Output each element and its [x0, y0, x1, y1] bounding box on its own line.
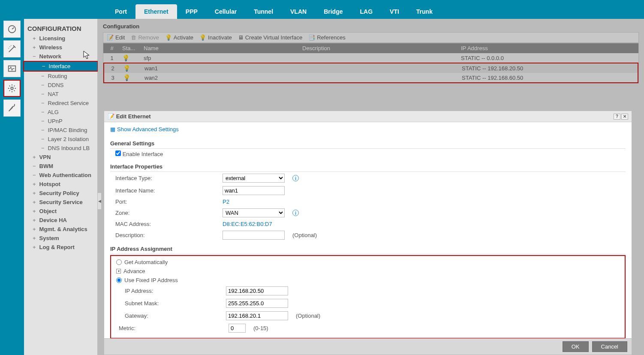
- status-bulb-icon: 💡: [123, 65, 130, 72]
- gateway-input[interactable]: [226, 311, 288, 320]
- tabbar: PortEthernetPPPCellularTunnelVLANBridgeL…: [98, 0, 644, 19]
- col-num[interactable]: #: [103, 45, 120, 51]
- interface-type-label: Interface Type:: [115, 175, 223, 181]
- sidebar-item-licensing[interactable]: + Licensing: [24, 34, 97, 43]
- create-virtual-icon: 🖥: [238, 34, 244, 41]
- sidebar-item-mgmt-analytics[interactable]: + Mgmt. & Analytics: [24, 225, 97, 234]
- wizard-icon[interactable]: [3, 40, 21, 57]
- tab-ppp[interactable]: PPP: [177, 4, 206, 19]
- table-row[interactable]: 1 💡 sfp STATIC -- 0.0.0.0: [103, 53, 638, 63]
- table-row[interactable]: 3 💡 wan2 STATIC -- 192.168.60.50: [104, 73, 638, 82]
- sidebar-item-routing[interactable]: − Routing: [24, 72, 97, 81]
- sidebar-item-bwm[interactable]: − BWM: [24, 162, 97, 171]
- edit-icon: 📝: [107, 34, 114, 41]
- close-icon[interactable]: ✕: [621, 114, 628, 120]
- sidebar-item-object[interactable]: + Object: [24, 207, 97, 216]
- references-icon: 📑: [308, 34, 315, 41]
- info-icon[interactable]: i: [292, 175, 299, 181]
- mac-value: D8:EC:E5:62:B0:D7: [223, 221, 272, 227]
- col-ip[interactable]: IP Address: [459, 45, 638, 51]
- edit-button[interactable]: 📝Edit: [107, 34, 125, 41]
- tab-lag[interactable]: LAG: [351, 4, 381, 19]
- tools-icon[interactable]: [3, 99, 21, 117]
- tab-cellular[interactable]: Cellular: [206, 4, 245, 19]
- ip-address-input[interactable]: [226, 286, 288, 295]
- grid-icon: ▦: [110, 126, 115, 132]
- sidebar-item-upnp[interactable]: − UPnP: [24, 117, 97, 126]
- advance-toggle[interactable]: ▾: [116, 269, 121, 274]
- sidebar-item-ip-mac-binding[interactable]: − IP/MAC Binding: [24, 126, 97, 135]
- interface-type-select[interactable]: external: [223, 174, 285, 183]
- sidebar-item-log-report[interactable]: + Log & Report: [24, 243, 97, 252]
- remove-button[interactable]: 🗑Remove: [131, 34, 159, 41]
- status-bulb-icon: 💡: [122, 54, 129, 61]
- sidebar-item-nat[interactable]: − NAT: [24, 90, 97, 99]
- sidebar-item-device-ha[interactable]: + Device HA: [24, 216, 97, 225]
- tab-tunnel[interactable]: Tunnel: [245, 4, 282, 19]
- sidebar-item-wireless[interactable]: + Wireless: [24, 43, 97, 52]
- tab-bridge[interactable]: Bridge: [315, 4, 351, 19]
- toolbar: 📝Edit 🗑Remove 💡Activate 💡Inactivate 🖥Cre…: [103, 32, 639, 43]
- config-gear-icon[interactable]: [3, 80, 21, 97]
- description-input[interactable]: [223, 231, 285, 240]
- col-desc[interactable]: Description: [301, 45, 459, 51]
- sidebar-item-layer-2-isolation[interactable]: − Layer 2 Isolation: [24, 135, 97, 144]
- dashboard-icon[interactable]: [3, 21, 21, 38]
- sidebar-item-vpn[interactable]: + VPN: [24, 153, 97, 162]
- inactivate-button[interactable]: 💡Inactivate: [199, 34, 232, 41]
- gateway-label: Gateway:: [119, 313, 226, 319]
- ip-assignment-title: IP Address Assignment: [110, 246, 626, 254]
- use-fixed-radio[interactable]: [116, 277, 122, 283]
- monitor-icon[interactable]: [3, 60, 21, 77]
- sidebar-item-web-authentication[interactable]: − Web Authentication: [24, 171, 97, 180]
- section-title: Configuration: [103, 23, 639, 30]
- sidebar-item-security-service[interactable]: + Security Service: [24, 198, 97, 207]
- interface-name-input[interactable]: [223, 186, 285, 195]
- optional-label: (Optional): [296, 313, 320, 319]
- tab-port[interactable]: Port: [106, 4, 135, 19]
- sidebar-item-ddns[interactable]: − DDNS: [24, 81, 97, 90]
- edit-icon: 📝: [108, 113, 114, 120]
- create-virtual-button[interactable]: 🖥Create Virtual Interface: [238, 34, 302, 41]
- metric-input[interactable]: [229, 324, 246, 333]
- cancel-button[interactable]: Cancel: [592, 341, 627, 352]
- subnet-mask-input[interactable]: [226, 299, 288, 308]
- sidebar-item-security-policy[interactable]: + Security Policy: [24, 189, 97, 198]
- col-status[interactable]: Sta...: [120, 45, 142, 51]
- help-icon[interactable]: ?: [614, 114, 620, 120]
- sidebar-item-hotspot[interactable]: + Hotspot: [24, 180, 97, 189]
- status-bulb-icon: 💡: [123, 74, 130, 81]
- tab-vti[interactable]: VTI: [381, 4, 408, 19]
- sidebar-item-dns-inbound-lb[interactable]: − DNS Inbound LB: [24, 144, 97, 153]
- mac-label: MAC Address:: [115, 221, 223, 227]
- show-advanced-link[interactable]: ▦Show Advanced Settings: [110, 125, 626, 136]
- sidebar-item-redirect-service[interactable]: − Redirect Service: [24, 99, 97, 108]
- enable-interface-checkbox[interactable]: Enable Interface: [115, 150, 163, 157]
- description-label: Description:: [115, 232, 223, 238]
- tab-ethernet[interactable]: Ethernet: [135, 4, 177, 19]
- bulb-on-icon: 💡: [165, 34, 172, 41]
- references-button[interactable]: 📑References: [308, 34, 345, 41]
- sidebar-item-alg[interactable]: − ALG: [24, 108, 97, 117]
- svg-point-2: [11, 87, 13, 90]
- col-name[interactable]: Name: [142, 45, 301, 51]
- sidebar-item-interface[interactable]: − Interface: [23, 61, 98, 72]
- ok-button[interactable]: OK: [563, 341, 589, 352]
- activate-button[interactable]: 💡Activate: [165, 34, 193, 41]
- tab-vlan[interactable]: VLAN: [282, 4, 315, 19]
- port-value[interactable]: P2: [223, 199, 229, 205]
- table-row[interactable]: 2 💡 wan1 STATIC -- 192.168.20.50: [104, 63, 638, 73]
- use-fixed-label: Use Fixed IP Address: [124, 277, 178, 283]
- sidebar: CONFIGURATION + Licensing+ Wireless− Net…: [24, 19, 98, 355]
- zone-select[interactable]: WAN: [223, 208, 285, 217]
- metric-label: Metric:: [119, 325, 229, 331]
- collapse-handle-icon[interactable]: ◀: [98, 193, 102, 210]
- info-icon[interactable]: i: [292, 210, 299, 216]
- get-auto-radio[interactable]: [116, 259, 122, 265]
- sidebar-item-network[interactable]: − Network: [24, 52, 97, 61]
- tab-trunk[interactable]: Trunk: [408, 4, 441, 19]
- sidebar-item-system[interactable]: + System: [24, 234, 97, 243]
- sidebar-title: CONFIGURATION: [24, 23, 97, 34]
- trash-icon: 🗑: [131, 34, 136, 41]
- optional-label: (Optional): [292, 232, 317, 238]
